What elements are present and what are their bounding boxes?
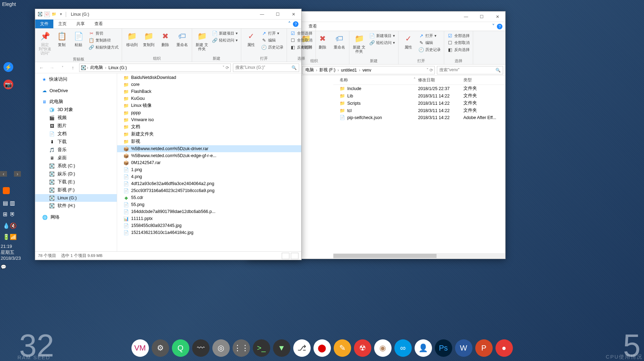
minimize-button[interactable]: — xyxy=(458,12,474,22)
dock-icon[interactable]: ⚙ xyxy=(152,339,169,357)
tab-file[interactable]: 文件 xyxy=(35,20,53,28)
search-input[interactable]: 搜索"Linux (G:)"🔍 xyxy=(233,64,299,72)
dock-icon[interactable]: VM xyxy=(131,339,149,357)
crumb[interactable]: Linux (G:) xyxy=(107,65,128,70)
file-item[interactable]: 📁Linux 镜像 xyxy=(117,102,301,109)
properties-button[interactable]: ✓属性 xyxy=(243,30,259,47)
history-button[interactable]: 🕘历史记录 xyxy=(260,44,285,50)
titlebar[interactable]: 💽 ☑ 📁 ▾ | Linux (G:) — ☐ ✕ xyxy=(35,9,301,20)
file-item[interactable]: 📊11111.pptx xyxy=(117,215,301,222)
dock-icon[interactable]: ◎ xyxy=(212,339,230,357)
nav-item[interactable]: 🧊3D 对象 xyxy=(35,106,117,114)
up-button[interactable]: ↑ xyxy=(69,64,77,72)
selectall-button[interactable]: ☑全部选择 xyxy=(446,32,471,39)
qat-icon[interactable]: ☑ xyxy=(44,12,50,17)
forward-button[interactable]: → xyxy=(48,64,56,72)
maximize-button[interactable]: ☐ xyxy=(474,12,490,22)
file-item[interactable]: 📁KuGou xyxy=(117,95,301,102)
crumb[interactable]: untitled1 xyxy=(340,68,358,73)
dock-icon[interactable]: ☢ xyxy=(354,339,371,357)
column-headers[interactable]: 名称 ˄ 修改日期 类型 xyxy=(333,76,505,85)
rename-button[interactable]: 🏷重命名 xyxy=(332,32,347,50)
dock-icon[interactable]: ⬤ xyxy=(313,339,331,357)
nav-left-icon[interactable]: ‹ xyxy=(0,171,7,177)
nav-item[interactable]: ⬇下载 xyxy=(35,138,117,146)
file-list[interactable]: 📁BaiduNetdiskDownload📁core📁FlashBack📁KuG… xyxy=(117,73,301,251)
horizontal-scrollbar[interactable] xyxy=(333,253,505,259)
dock-icon[interactable]: Ps xyxy=(435,339,452,357)
dock-icon[interactable]: ⋮⋮ xyxy=(233,339,250,357)
help-icon[interactable]: ? xyxy=(497,24,502,29)
open-button[interactable]: ↗打开 ▾ xyxy=(417,32,442,39)
help-icon[interactable]: ? xyxy=(293,21,298,27)
col-type[interactable]: 类型 xyxy=(463,77,505,83)
nav-network[interactable]: 🌐网络 xyxy=(35,213,117,221)
file-row[interactable]: 📁Include2018/1/25 22:37文件夹 xyxy=(333,85,505,92)
dock-icon[interactable]: 👤 xyxy=(415,339,432,357)
crumb[interactable]: 此电脑 xyxy=(89,65,104,71)
tab-share[interactable]: 共享 xyxy=(71,20,90,28)
search-icon[interactable]: 🔍 xyxy=(495,68,501,73)
close-button[interactable]: ✕ xyxy=(286,9,301,20)
nav-onedrive[interactable]: ☁OneDrive xyxy=(35,87,117,94)
delete-button[interactable]: ✖删除 xyxy=(315,32,330,50)
easyaccess-button[interactable]: 🔗轻松访问 ▾ xyxy=(211,37,239,43)
paste-button[interactable]: 📄粘贴 xyxy=(71,30,86,47)
tray-icons[interactable]: ▤▥ ⊞⛨ 💧🔇 🔋📶 xyxy=(3,185,17,243)
file-item[interactable]: 📄55.png xyxy=(117,201,301,208)
file-item[interactable]: ◆55.cdr xyxy=(117,194,301,201)
nav-item[interactable]: 💽下载 (E:) xyxy=(35,178,117,186)
dock-icon[interactable]: ✎ xyxy=(334,339,351,357)
cut-button[interactable]: ✂剪切 xyxy=(88,30,120,36)
nav-item[interactable]: 💽影视 (F:) xyxy=(35,186,117,194)
nav-item[interactable]: 📄文档 xyxy=(35,130,117,138)
copypath-button[interactable]: 📋复制路径 xyxy=(88,37,120,43)
newitem-button[interactable]: 📄新建项目 ▾ xyxy=(368,32,396,39)
crumb[interactable]: 电脑 xyxy=(304,67,315,73)
file-item[interactable]: 📦%5Bwww.netded.com%5Dzuk-driver.rar xyxy=(117,145,301,152)
dock-icon[interactable]: P xyxy=(475,339,493,357)
nav-item[interactable]: 🖼图片 xyxy=(35,122,117,130)
file-item[interactable]: 📦0M1242547.rar xyxy=(117,159,301,166)
col-date[interactable]: 修改日期 xyxy=(418,77,463,83)
dock-icon[interactable]: ▼ xyxy=(273,339,290,357)
file-item[interactable]: 📁pppp xyxy=(117,109,301,116)
file-item[interactable]: 📄1.png xyxy=(117,166,301,173)
file-item[interactable]: 📄1558455c80a9237445.jpg xyxy=(117,222,301,229)
open-button[interactable]: ↗打开 ▾ xyxy=(260,30,285,36)
ribbon-collapse-icon[interactable]: ˄ xyxy=(288,21,291,27)
dock-icon[interactable]: 〰 xyxy=(192,339,210,357)
file-item[interactable]: 📁Vmware iso xyxy=(117,116,301,123)
breadcrumb[interactable]: 💽› 此电脑› Linux (G:) ˅ ⟳ xyxy=(79,64,231,72)
newfolder-button[interactable]: 📁新建 文件夹 xyxy=(351,32,367,54)
file-item[interactable]: 📄1521436213610c1a464184c.jpg xyxy=(117,229,301,236)
breadcrumb[interactable]: 电脑› 影视 (F:)› untitled1› venv ˅ ⟳ xyxy=(302,66,435,74)
file-item[interactable]: 📄25cc93f731b6a64023c24571b8ccc6a9.png xyxy=(117,187,301,194)
navigation-pane[interactable]: ★快速访问 ☁OneDrive 🖥此电脑 🧊3D 对象🎬视频🖼图片📄文档⬇下载🎵… xyxy=(35,73,117,251)
nav-item[interactable]: 🖥桌面 xyxy=(35,154,117,162)
nav-quick-access[interactable]: ★快速访问 xyxy=(35,75,117,83)
ribbon-collapse-icon[interactable]: ˅ xyxy=(492,23,495,30)
file-row[interactable]: 📁tcl2018/3/11 14:22文件夹 xyxy=(333,107,505,114)
dock-icon[interactable]: ∞ xyxy=(394,339,412,357)
newitem-button[interactable]: 📄新建项目 ▾ xyxy=(211,30,239,36)
nav-item[interactable]: 🎵音乐 xyxy=(35,146,117,154)
file-item[interactable]: 📁BaiduNetdiskDownload xyxy=(117,74,301,81)
dock-icon[interactable]: ⎇ xyxy=(293,339,311,357)
file-item[interactable]: 📁文档 xyxy=(117,123,301,131)
selectnone-button[interactable]: ☐全部取消 xyxy=(446,39,471,46)
file-list[interactable]: 名称 ˄ 修改日期 类型 📁Include2018/1/25 22:37文件夹📁… xyxy=(333,76,505,259)
col-name[interactable]: 名称 xyxy=(340,77,411,83)
dock-icon[interactable]: >_ xyxy=(253,339,270,357)
history-button[interactable]: 🕘历史记录 xyxy=(417,46,442,53)
dock-icon[interactable]: ◉ xyxy=(374,339,392,357)
widget-icon[interactable]: ⚡ xyxy=(3,62,13,72)
crumb[interactable]: venv xyxy=(361,68,372,73)
file-row[interactable]: 📁Scripts2018/3/11 14:22文件夹 xyxy=(333,100,505,107)
file-item[interactable]: 📄164ddcbde7a8901798dae12dbc6ab566.p... xyxy=(117,208,301,215)
dock-icon[interactable]: ● xyxy=(495,339,513,357)
close-button[interactable]: ✕ xyxy=(490,12,505,22)
file-item[interactable]: 📄4.png xyxy=(117,173,301,180)
copyto-button[interactable]: 📁复制到 xyxy=(141,30,156,47)
properties-button[interactable]: ✓属性 xyxy=(401,32,416,50)
